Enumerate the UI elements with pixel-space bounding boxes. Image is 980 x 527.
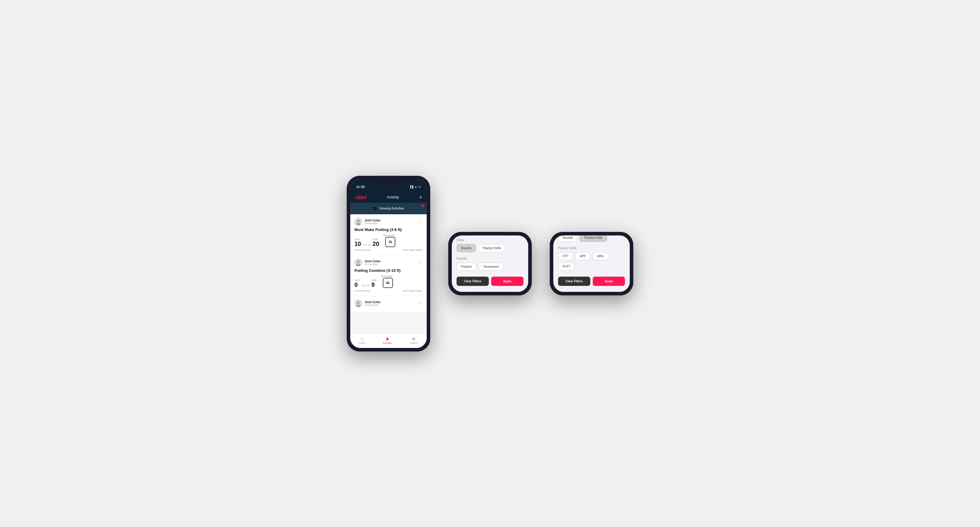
filter-btn-practice-2[interactable]: Practice Drills: [478, 244, 505, 252]
score-value-1: 10: [355, 241, 361, 247]
shot-quality-wrapper-1: Shot Quality 75: [383, 234, 395, 247]
viewing-activities-bar[interactable]: ⚙ Viewing Activities: [350, 203, 427, 214]
filter-rounds-label-2: Rounds: [457, 257, 523, 260]
phone-3-screen: 11:33 ▐▐ ▲ ⊡ clippd Activity ≡ ⚙: [553, 235, 630, 292]
avatar-1: [355, 218, 362, 225]
shot-quality-value-1: 75: [385, 237, 395, 247]
filter-btn-arg-3[interactable]: ARG: [593, 252, 608, 260]
filter-rounds-buttons-2: Practice Tournament: [457, 263, 523, 271]
user-name-3: Josh Coles: [364, 300, 380, 304]
data-source-1: Data: Clippd Capture: [403, 249, 423, 251]
svg-point-3: [356, 264, 361, 266]
shots-value-2: 9: [371, 281, 375, 288]
viewing-activities-text: Viewing Activities: [379, 206, 404, 210]
filter-show-buttons-3: Rounds Practice Drills: [558, 235, 625, 242]
user-name-1: Josh Coles: [364, 219, 380, 222]
activity-footer-1: ℹ Test Information Data: Clippd Capture: [355, 249, 423, 251]
notch: [374, 176, 403, 184]
phone-2-content: 11:33 ▐▐ ▲ ⊡ clippd Activity ≡ ⚙: [452, 235, 528, 292]
activity-footer-2: ℹ Test Information Data: Clippd Capture: [355, 290, 423, 292]
phone-3-content: 11:33 ▐▐ ▲ ⊡ clippd Activity ≡ ⚙: [553, 235, 630, 292]
tab-capture[interactable]: ⊕ Capture: [409, 336, 418, 344]
score-label-1: Score: [355, 238, 361, 240]
activity-header-1: Josh Coles 28 Feb 2023 ···: [355, 218, 423, 225]
out-of-2: OUT OF: [361, 285, 369, 287]
tab-activities-label: Activities: [383, 342, 392, 344]
more-options-2[interactable]: ···: [418, 260, 423, 265]
activities-icon: ♟: [385, 336, 389, 341]
apply-button-2[interactable]: Apply: [491, 277, 523, 286]
shot-quality-label-2: Shot Quality: [381, 275, 392, 277]
user-date-1: 28 Feb 2023: [364, 222, 380, 225]
test-info-2: ℹ Test Information: [355, 290, 371, 292]
activity-list: Josh Coles 28 Feb 2023 ··· Must Make Put…: [350, 214, 427, 333]
filter-btn-practice-round-2[interactable]: Practice: [457, 263, 476, 271]
filter-btn-ott-3[interactable]: OTT: [558, 252, 573, 260]
filter-sheet-2: Filter ✕ Show Rounds Practice Drills Rou…: [452, 235, 528, 292]
more-options-3[interactable]: ···: [418, 302, 423, 306]
filter-actions-2: Clear Filters Apply: [457, 277, 523, 286]
apply-button-3[interactable]: Apply: [593, 277, 625, 286]
tab-home-label: Home: [359, 342, 365, 344]
avatar-2: [355, 259, 362, 267]
user-date-3: 28 Feb 2023: [364, 304, 380, 306]
page-title: Activity: [387, 195, 399, 199]
user-name-2: Josh Coles: [364, 260, 380, 263]
svg-point-1: [356, 222, 361, 225]
score-label-2: Score: [355, 279, 360, 281]
status-time: 11:33: [356, 185, 364, 189]
stats-row-1: Score 10 OUT OF Shots 20 Shot Quality 75: [355, 234, 423, 247]
test-info-1: ℹ Test Information: [355, 249, 371, 251]
filter-sheet-3: Filter ✕ Show Rounds Practice Drills Pra…: [553, 235, 630, 292]
phone-2: 11:33 ▐▐ ▲ ⊡ clippd Activity ≡ ⚙: [448, 232, 532, 295]
tab-activities[interactable]: ♟ Activities: [383, 336, 392, 344]
activity-header-2: Josh Coles 28 Feb 2023 ···: [355, 259, 423, 267]
activity-title-2: Putting Combine (3-15 ft): [355, 268, 423, 273]
svg-point-2: [357, 260, 360, 263]
out-of-1: OUT OF: [363, 244, 371, 246]
tab-home[interactable]: ⌂ Home: [359, 336, 365, 344]
filter-btn-tournament-2[interactable]: Tournament: [479, 263, 503, 271]
battery-icon: ⊡: [418, 185, 421, 188]
activity-title-1: Must Make Putting (3-6 ft): [355, 227, 423, 232]
score-value-2: 0: [355, 281, 358, 288]
phone-2-screen: 11:33 ▐▐ ▲ ⊡ clippd Activity ≡ ⚙: [452, 235, 528, 292]
clear-filters-button-2[interactable]: Clear Filters: [457, 277, 489, 286]
signal-icon: ▐▐: [409, 185, 413, 188]
filter-btn-putt-3[interactable]: PUTT: [558, 263, 575, 271]
capture-icon: ⊕: [412, 336, 416, 341]
wifi-icon: ▲: [414, 185, 417, 188]
user-date-2: 28 Feb 2023: [364, 263, 380, 265]
shots-stat-2: Shots 9: [371, 279, 377, 288]
activity-card-3: Josh Coles 28 Feb 2023 ···: [350, 296, 427, 313]
svg-point-4: [357, 301, 360, 304]
more-options-1[interactable]: ···: [418, 220, 423, 224]
activity-card-1: Josh Coles 28 Feb 2023 ··· Must Make Put…: [350, 214, 427, 255]
scene: 11:33 ▐▐ ▲ ⊡ clippd Activity ≡ ⚙ Viewing…: [329, 158, 651, 370]
phone-1: 11:33 ▐▐ ▲ ⊡ clippd Activity ≡ ⚙ Viewing…: [347, 176, 430, 352]
shots-label-1: Shots: [373, 238, 379, 240]
user-details-1: Josh Coles 28 Feb 2023: [364, 219, 380, 225]
shot-quality-label-1: Shot Quality: [383, 234, 395, 237]
nav-bar: clippd Activity ≡: [350, 192, 427, 203]
phone-3: 11:33 ▐▐ ▲ ⊡ clippd Activity ≡ ⚙: [550, 232, 633, 295]
user-details-3: Josh Coles 28 Feb 2023: [364, 300, 380, 306]
filter-btn-rounds-2[interactable]: Rounds: [457, 244, 476, 252]
user-info-3: Josh Coles 28 Feb 2023: [355, 300, 380, 307]
shot-quality-wrapper-2: Shot Quality 45: [380, 275, 393, 288]
user-details-2: Josh Coles 28 Feb 2023: [364, 260, 380, 265]
shot-quality-value-2: 45: [383, 278, 393, 288]
filter-overlay-3: Filter ✕ Show Rounds Practice Drills Pra…: [553, 235, 630, 292]
home-icon: ⌂: [361, 336, 363, 341]
filter-drills-label-3: Practice Drills: [558, 246, 625, 250]
filter-show-label-2: Show: [457, 238, 523, 242]
menu-icon[interactable]: ≡: [420, 195, 422, 200]
filter-btn-practice-3[interactable]: Practice Drills: [579, 235, 607, 242]
tab-bar: ⌂ Home ♟ Activities ⊕ Capture: [350, 333, 427, 348]
shots-label-2: Shots: [371, 279, 377, 281]
filter-btn-app-3[interactable]: APP: [575, 252, 590, 260]
app-logo: clippd: [355, 195, 366, 200]
clear-filters-button-3[interactable]: Clear Filters: [558, 277, 590, 286]
filter-btn-rounds-3[interactable]: Rounds: [558, 235, 577, 242]
score-stat-1: Score 10: [355, 238, 361, 247]
